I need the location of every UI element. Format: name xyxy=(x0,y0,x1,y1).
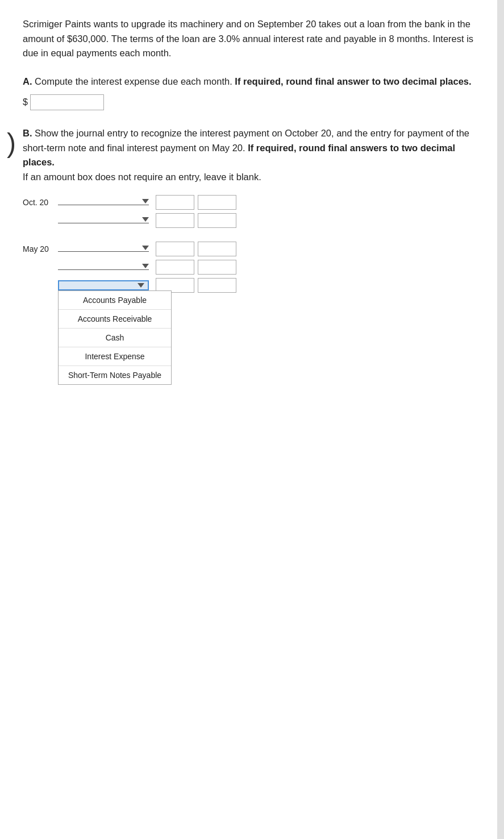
oct-row1-select-wrapper xyxy=(58,199,149,205)
part-a-input-row: $ xyxy=(23,94,481,110)
dropdown-item-short-term-notes-payable[interactable]: Short-Term Notes Payable xyxy=(59,366,171,384)
oct-row2-dropdown-arrow xyxy=(142,217,149,222)
dropdown-item-interest-expense[interactable]: Interest Expense xyxy=(59,347,171,366)
part-a-instruction: Compute the interest expense due each mo… xyxy=(35,76,472,86)
oct-row-1: Oct. 20 xyxy=(23,195,481,210)
oct-row1-dropdown-arrow xyxy=(142,199,149,203)
oct-row2-debit[interactable] xyxy=(156,213,194,228)
may-row3-select[interactable] xyxy=(58,280,149,290)
problem-description: Scrimiger Paints wants to upgrade its ma… xyxy=(23,17,481,61)
oct-row-2 xyxy=(58,213,481,228)
part-a-label: A. Compute the interest expense due each… xyxy=(23,74,481,89)
part-b-bold: If required, round final answers to two … xyxy=(23,143,455,168)
oct-row1-debit[interactable] xyxy=(156,195,194,210)
may-row1-credit[interactable] xyxy=(198,242,236,256)
dollar-sign: $ xyxy=(23,97,28,107)
may-date-label: May 20 xyxy=(23,244,58,254)
may-row-3: Accounts Payable Accounts Receivable Cas… xyxy=(58,278,481,293)
oct-row2-select[interactable] xyxy=(58,217,149,223)
dropdown-item-accounts-receivable[interactable]: Accounts Receivable xyxy=(59,310,171,329)
may-row1-dropdown-arrow xyxy=(142,246,149,250)
may-row2-debit[interactable] xyxy=(156,260,194,275)
may-row3-credit[interactable] xyxy=(198,278,236,293)
part-b-letter: B. xyxy=(23,128,32,138)
may-row2-select-wrapper xyxy=(58,264,149,270)
part-b-extra: If an amount box does not require an ent… xyxy=(23,172,261,182)
may-row1-debit[interactable] xyxy=(156,242,194,256)
page: ) Scrimiger Paints wants to upgrade its … xyxy=(0,0,504,839)
may-row-1: May 20 xyxy=(23,242,481,256)
oct-date-label: Oct. 20 xyxy=(23,198,58,207)
may-row2-select[interactable] xyxy=(58,264,149,270)
may-row3-dropdown-arrow xyxy=(138,283,144,288)
oct-row2-select-wrapper xyxy=(58,217,149,223)
may-row1-select[interactable] xyxy=(58,246,149,252)
dropdown-item-accounts-payable[interactable]: Accounts Payable xyxy=(59,291,171,310)
may-row1-select-wrapper xyxy=(58,246,149,252)
part-b-instruction: Show the journal entry to recognize the … xyxy=(23,128,469,182)
oct-row1-select[interactable] xyxy=(58,199,149,205)
may-row2-dropdown-arrow xyxy=(142,264,149,268)
dropdown-item-cash[interactable]: Cash xyxy=(59,329,171,347)
journal-section: Oct. 20 May 20 xyxy=(23,195,481,293)
oct-row1-credit[interactable] xyxy=(198,195,236,210)
may-row-2 xyxy=(58,260,481,275)
may-row3-select-wrapper: Accounts Payable Accounts Receivable Cas… xyxy=(58,280,149,290)
part-a-answer-input[interactable] xyxy=(30,94,104,110)
oct-row2-credit[interactable] xyxy=(198,213,236,228)
part-a-letter: A. xyxy=(23,76,32,86)
may-row2-credit[interactable] xyxy=(198,260,236,275)
bracket-decoration: ) xyxy=(7,130,16,157)
part-a-bold: If required, round final answer to two d… xyxy=(235,76,471,86)
dropdown-menu: Accounts Payable Accounts Receivable Cas… xyxy=(58,290,172,385)
part-b-label: B. Show the journal entry to recognize t… xyxy=(23,126,481,184)
